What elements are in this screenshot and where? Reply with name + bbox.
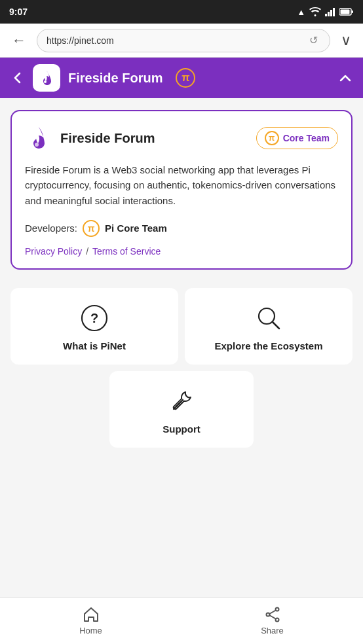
svg-rect-3: [333, 8, 335, 16]
browser-reload-button[interactable]: ↺: [307, 34, 320, 46]
svg-line-12: [273, 322, 279, 329]
core-team-badge: π Core Team: [256, 127, 338, 149]
card-app-title: Fireside Forum: [60, 131, 155, 146]
svg-rect-5: [341, 10, 350, 14]
svg-rect-2: [330, 10, 332, 16]
svg-point-7: [44, 80, 47, 83]
app-header-title: Fireside Forum: [68, 71, 162, 86]
bottom-nav-home[interactable]: Home: [58, 606, 124, 635]
wrench-icon: [167, 387, 196, 416]
feature-label-explore-ecosystem: Explore the Ecosystem: [214, 340, 322, 351]
app-header: Fireside Forum π: [0, 58, 363, 98]
browser-url-bar[interactable]: https://pinet.com ↺: [37, 29, 330, 52]
svg-text:?: ?: [90, 311, 98, 325]
pi-symbol-header: π: [182, 72, 189, 84]
search-icon: [254, 304, 283, 332]
share-icon: [264, 606, 281, 623]
main-content: Fireside Forum π Core Team Fireside Foru…: [0, 98, 363, 597]
pi-coin-symbol: π: [88, 223, 95, 234]
svg-rect-1: [328, 12, 330, 16]
svg-line-16: [269, 611, 276, 615]
card-title-group: Fireside Forum: [25, 124, 155, 152]
notification-icon: ▲: [297, 7, 305, 17]
browser-back-button[interactable]: ←: [7, 29, 31, 52]
browser-url-text: https://pinet.com: [47, 35, 307, 46]
bottom-nav-share[interactable]: Share: [240, 606, 305, 635]
app-logo: [33, 64, 60, 92]
app-description: Fireside Forum is a Web3 social networki…: [25, 162, 338, 208]
status-bar-left: 9:07: [9, 7, 28, 17]
privacy-policy-link[interactable]: Privacy Policy: [25, 246, 82, 257]
status-time: 9:07: [9, 7, 28, 17]
home-icon: [83, 606, 100, 623]
signal-icon: [325, 7, 335, 16]
battery-icon: [339, 8, 354, 16]
svg-rect-0: [325, 14, 327, 16]
svg-line-17: [269, 615, 276, 619]
feature-item-support[interactable]: Support: [109, 371, 254, 448]
support-label: Support: [162, 423, 201, 435]
svg-point-8: [35, 143, 39, 147]
feature-item-explore-ecosystem[interactable]: Explore the Ecosystem: [185, 288, 353, 365]
home-label: Home: [79, 626, 102, 635]
card-top-row: Fireside Forum π Core Team: [25, 124, 338, 152]
links-row: Privacy Policy / Terms of Service: [25, 246, 338, 257]
developer-name: Pi Core Team: [105, 223, 167, 234]
core-team-label: Core Team: [283, 133, 330, 143]
pi-small-symbol: π: [269, 134, 275, 143]
pi-coin-icon: π: [83, 220, 100, 237]
status-bar-right: ▲: [297, 7, 354, 17]
status-bar: 9:07 ▲: [0, 0, 363, 24]
share-label: Share: [261, 626, 284, 635]
developers-row: Developers: π Pi Core Team: [25, 220, 338, 237]
feature-row-single: Support: [10, 371, 353, 448]
bottom-nav: Home Share: [0, 597, 363, 644]
app-header-back-button[interactable]: [10, 71, 25, 85]
feature-grid: ? What is PiNet Explore the Ecosystem: [10, 288, 353, 365]
feature-item-what-is-pinet[interactable]: ? What is PiNet: [10, 288, 178, 365]
flame-logo-icon: [25, 124, 52, 152]
svg-rect-6: [352, 10, 354, 13]
terms-of-service-link[interactable]: Terms of Service: [92, 246, 161, 257]
question-circle-icon: ?: [80, 304, 109, 332]
app-header-left: Fireside Forum π: [10, 64, 195, 92]
feature-label-what-is-pinet: What is PiNet: [63, 340, 126, 351]
developers-label: Developers:: [25, 223, 77, 234]
app-info-card: Fireside Forum π Core Team Fireside Foru…: [10, 110, 353, 270]
pi-small-badge: π: [265, 131, 279, 145]
browser-chevron-button[interactable]: ∨: [335, 29, 356, 52]
pi-badge-header: π: [176, 68, 195, 88]
link-divider: /: [86, 246, 88, 257]
app-header-up-button[interactable]: [338, 71, 353, 85]
wifi-icon: [309, 7, 321, 16]
browser-bar: ← https://pinet.com ↺ ∨: [0, 24, 363, 58]
